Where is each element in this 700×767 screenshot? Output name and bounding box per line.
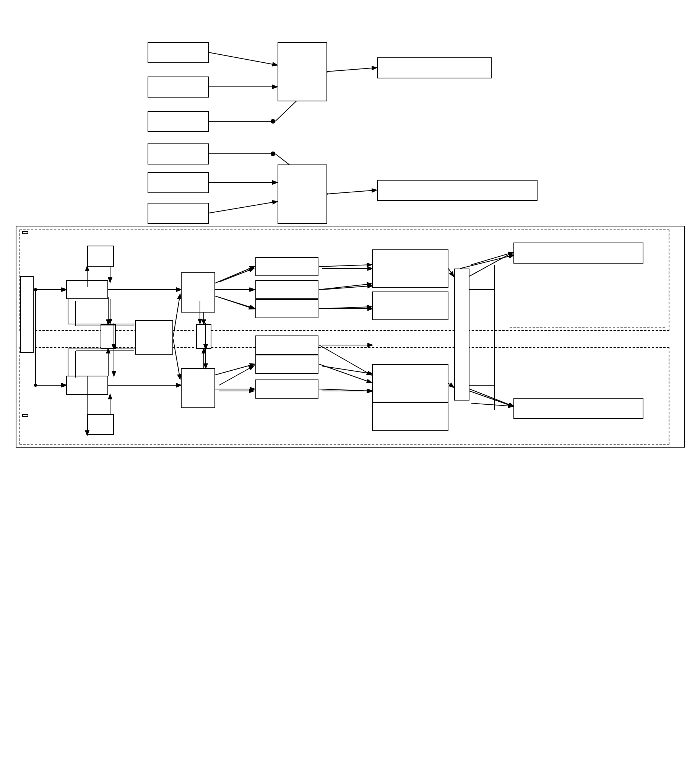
phase-detector-2 [87,414,114,435]
svg-line-11 [327,68,376,72]
diagram1 [140,31,560,214]
vco2 [66,376,108,395]
priority-control [135,320,173,355]
output-frame-pulse [377,180,538,201]
svg-point-7 [271,151,275,156]
svg-line-12 [327,190,376,194]
output-frame-pulse1 [513,243,643,264]
module-status2 [255,335,318,355]
backup-module-label [22,414,28,417]
inner-bot-155 [372,402,448,431]
diagram2-wrapper [16,226,685,448]
mux1 [278,42,327,101]
bottom-module-region [19,347,669,445]
sys-clock1 [255,280,318,299]
vco1 [66,280,108,299]
input-primary-clock [148,42,209,63]
mux2 [278,164,327,224]
func-module1 [255,257,318,276]
output-frame-pulse2 [513,398,643,419]
output-system-clock [377,57,492,78]
svg-line-10 [209,202,277,213]
input-backup-status [148,143,209,164]
sys-clock2 [255,355,318,374]
diagram2 [16,226,685,448]
module-status1 [255,299,318,318]
func-module2 [255,379,318,399]
input-backup-frame [148,203,209,224]
input-backup-clock [148,77,209,98]
mux2-d2 [181,368,215,408]
svg-point-4 [271,119,275,124]
primary-module-label [22,231,28,234]
system-ref-input [20,276,34,353]
mutual-send-clock [101,324,116,349]
inner-top-38 [372,249,448,288]
inner-top-155 [372,291,448,320]
phase-detector-1 [87,246,114,267]
inner-bot-38 [372,364,448,402]
mutual-right-frame [454,269,469,401]
mutual-ctrl-line [196,324,211,349]
svg-line-1 [209,52,277,65]
mux1-d2 [181,272,215,313]
input-primary-frame [148,172,209,193]
input-primary-status [148,111,209,132]
page [0,0,700,767]
